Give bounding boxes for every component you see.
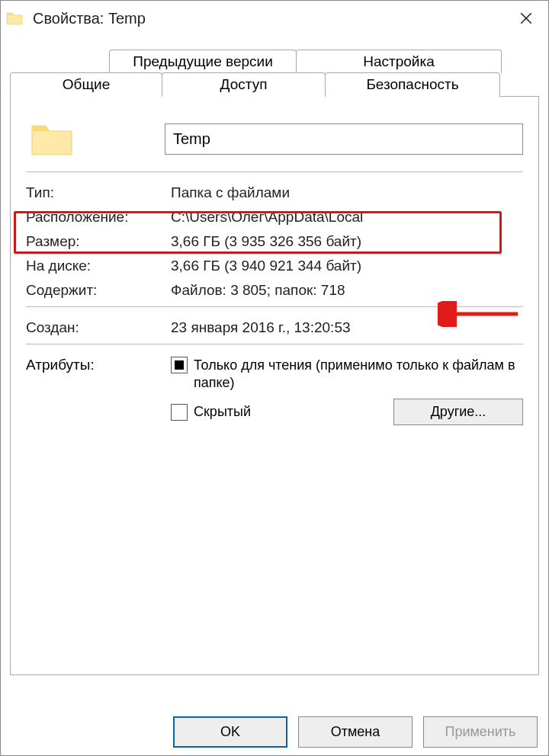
separator [26,171,523,172]
tab-sharing[interactable]: Доступ [162,72,326,97]
window-title: Свойства: Temp [33,10,509,27]
tab-panel-general: Тип: Папка с файлами Расположение: C:\Us… [10,96,539,675]
created-value: 23 января 2016 г., 13:20:53 [171,319,523,336]
contains-value: Файлов: 3 805; папок: 718 [171,282,523,299]
advanced-button[interactable]: Другие... [393,399,523,425]
tabset: Предыдущие версии Настройка Общие Доступ… [10,50,539,675]
folder-icon [30,120,73,158]
separator [26,344,523,344]
readonly-checkbox[interactable] [171,357,188,373]
apply-button[interactable]: Применить [423,716,538,748]
created-label: Создан: [26,319,171,336]
readonly-label: Только для чтения (применимо только к фа… [194,357,523,391]
cancel-button[interactable]: Отмена [298,716,413,748]
tab-previous-versions[interactable]: Предыдущие версии [109,50,297,73]
size-on-disk-value: 3,66 ГБ (3 940 921 344 байт) [171,258,523,274]
attributes-label: Атрибуты: [26,357,171,373]
tab-customize[interactable]: Настройка [296,50,502,73]
titlebar: Свойства: Temp [1,1,548,36]
folder-icon [5,9,24,27]
content-area: Предыдущие версии Настройка Общие Доступ… [1,36,548,684]
separator [26,306,523,307]
folder-name-input[interactable] [165,123,523,155]
size-label: Размер: [26,233,171,250]
properties-dialog: Свойства: Temp Предыдущие версии Настрой… [0,0,549,756]
close-icon [519,11,533,25]
type-label: Тип: [26,184,171,201]
ok-button[interactable]: OK [173,716,287,748]
hidden-label: Скрытый [194,403,393,421]
hidden-checkbox[interactable] [171,404,188,421]
location-label: Расположение: [26,209,171,226]
tab-general[interactable]: Общие [10,72,162,97]
close-button[interactable] [509,1,544,36]
type-value: Папка с файлами [171,184,523,201]
dialog-buttons: OK Отмена Применить [173,716,538,748]
size-on-disk-label: На диске: [26,258,171,274]
tab-security[interactable]: Безопасность [325,72,500,97]
location-value: C:\Users\Олег\AppData\Local [171,209,523,226]
size-value: 3,66 ГБ (3 935 326 356 байт) [171,233,523,250]
contains-label: Содержит: [26,282,171,299]
